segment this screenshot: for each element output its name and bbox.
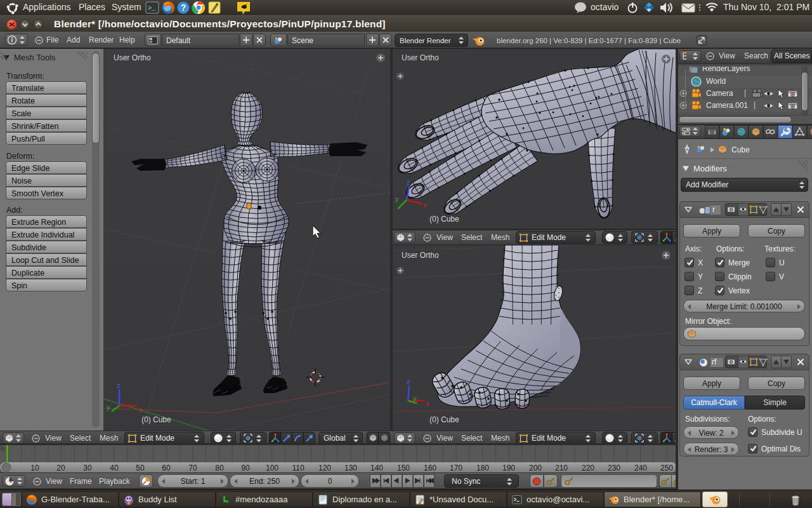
svg-text:x: x: [423, 201, 427, 209]
svg-text:80: 80: [215, 464, 224, 472]
svg-text:y: y: [107, 403, 110, 411]
svg-text:70: 70: [188, 464, 197, 472]
svg-text:?: ?: [181, 3, 187, 13]
svg-text:210: 210: [555, 464, 568, 472]
svg-text:40: 40: [110, 464, 119, 472]
svg-text:User Ortho: User Ortho: [402, 53, 439, 62]
svg-text:20: 20: [56, 464, 65, 472]
svg-text:>_: >_: [148, 5, 156, 12]
svg-text:50: 50: [136, 464, 145, 472]
svg-text:(0) Cube: (0) Cube: [429, 215, 459, 224]
svg-text:190: 190: [502, 464, 515, 472]
svg-text:170: 170: [450, 464, 462, 472]
svg-text:User Ortho: User Ortho: [402, 251, 439, 260]
svg-text:(0) Cube: (0) Cube: [141, 415, 171, 424]
svg-text:z: z: [407, 178, 410, 186]
svg-text:200: 200: [529, 464, 542, 472]
svg-text:10: 10: [30, 464, 39, 472]
svg-text:250: 250: [660, 464, 673, 472]
svg-text:(0) Cube: (0) Cube: [429, 415, 459, 424]
svg-text:230: 230: [608, 464, 620, 472]
svg-text:90: 90: [241, 464, 250, 472]
svg-text:180: 180: [476, 464, 489, 472]
svg-text:z: z: [117, 382, 121, 389]
svg-text:x: x: [138, 406, 142, 413]
svg-text:240: 240: [634, 464, 647, 472]
svg-text:110: 110: [292, 464, 304, 472]
svg-text:x: x: [426, 399, 429, 407]
svg-text:220: 220: [582, 464, 594, 472]
svg-text:User Ortho: User Ortho: [114, 53, 151, 62]
svg-text:60: 60: [162, 464, 171, 472]
svg-text:120: 120: [318, 464, 331, 472]
svg-text:130: 130: [344, 464, 357, 472]
svg-text:30: 30: [83, 464, 92, 472]
svg-text:160: 160: [424, 464, 436, 472]
svg-text:z: z: [407, 378, 410, 385]
svg-text:140: 140: [370, 464, 383, 472]
svg-text:y: y: [413, 394, 417, 402]
svg-text:y: y: [395, 195, 399, 203]
svg-text:150: 150: [397, 464, 410, 472]
svg-text:100: 100: [266, 464, 278, 472]
